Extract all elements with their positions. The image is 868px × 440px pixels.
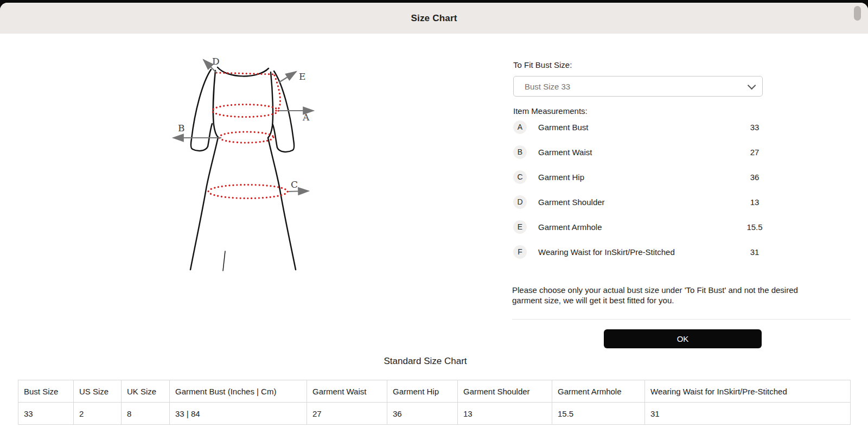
table-cell: 27 — [307, 403, 387, 425]
ok-button[interactable]: OK — [604, 329, 762, 348]
bust-size-select[interactable]: Bust Size 33 — [513, 76, 763, 97]
measurement-value: 15.5 — [742, 222, 767, 232]
column-header: Garment Shoulder — [458, 380, 552, 403]
measurement-row: D Garment Shoulder 13 — [512, 189, 767, 214]
measurement-list: A Garment Bust 33 B Garment Waist 27 C G… — [512, 114, 767, 264]
table-cell: 33 | 84 — [170, 403, 307, 425]
hip-arrow — [288, 191, 309, 192]
column-header: Bust Size — [18, 380, 74, 403]
measurement-row: A Garment Bust 33 — [512, 114, 767, 139]
diagram-label-d: D — [212, 56, 220, 67]
table-header-row: Bust Size US Size UK Size Garment Bust (… — [18, 380, 851, 403]
measurement-value: 31 — [742, 247, 767, 257]
standard-size-chart-title: Standard Size Chart — [0, 356, 851, 367]
table-cell: 13 — [458, 403, 552, 425]
measurement-row: E Garment Armhole 15.5 — [512, 214, 767, 239]
size-diagram: A B C D E — [161, 49, 324, 277]
column-header: UK Size — [122, 380, 170, 403]
measurement-label: Garment Shoulder — [538, 197, 742, 207]
table-cell: 31 — [645, 403, 851, 425]
measurements-panel: To Fit Bust Size: Bust Size 33 Item Meas… — [512, 57, 851, 361]
standard-size-chart-table: Bust Size US Size UK Size Garment Bust (… — [18, 380, 851, 425]
page-title: Size Chart — [411, 13, 457, 24]
bust-size-select-value: Bust Size 33 — [525, 82, 748, 91]
measurement-label: Wearing Waist for InSkirt/Pre-Stitched — [538, 247, 742, 257]
table-cell: 8 — [122, 403, 170, 425]
measurement-value: 13 — [742, 197, 767, 207]
column-header: US Size — [74, 380, 122, 403]
measurement-key-badge: D — [513, 195, 527, 209]
pointer-arrows — [173, 60, 314, 192]
measurement-value: 27 — [742, 148, 767, 157]
armhole-arrow — [279, 72, 296, 82]
table-cell: 36 — [387, 403, 458, 425]
dress-illustration: A B C D E — [161, 49, 324, 277]
modal-header: Size Chart — [0, 3, 868, 34]
diagram-label-b: B — [178, 123, 185, 133]
measurement-value: 36 — [742, 173, 767, 182]
waist-line — [219, 132, 273, 143]
measurement-key-badge: B — [513, 145, 527, 159]
measurement-label: Garment Hip — [538, 173, 742, 182]
table-cell: 2 — [74, 403, 122, 425]
measurement-key-badge: E — [513, 220, 527, 234]
bust-line — [212, 105, 278, 117]
measurement-label: Garment Armhole — [538, 222, 742, 232]
scrollbar-thumb[interactable] — [854, 6, 861, 21]
measurement-label: Garment Bust — [538, 123, 742, 132]
hip-line — [208, 185, 288, 199]
measurement-label: Garment Waist — [538, 148, 742, 157]
table-cell: 15.5 — [552, 403, 645, 425]
measurement-key-badge: A — [513, 120, 527, 134]
column-header: Garment Waist — [307, 380, 387, 403]
table-row: 33 2 8 33 | 84 27 36 13 15.5 31 — [18, 403, 851, 425]
diagram-label-e: E — [299, 71, 305, 82]
column-header: Garment Armhole — [552, 380, 645, 403]
panel-divider — [512, 319, 851, 320]
column-header: Wearing Waist for InSkirt/Pre-Stitched — [645, 380, 851, 403]
chevron-down-icon — [748, 81, 756, 90]
fit-bust-label: To Fit Bust Size: — [513, 60, 572, 69]
fit-note: Please choose only your actual bust size… — [512, 285, 812, 305]
measurement-key-badge: C — [513, 170, 527, 184]
table-cell: 33 — [18, 403, 74, 425]
measurement-value: 33 — [742, 123, 767, 132]
column-header: Garment Bust (Inches | Cm) — [170, 380, 307, 403]
measurement-row: B Garment Waist 27 — [512, 139, 767, 164]
diagram-label-a: A — [302, 112, 310, 123]
measurement-key-badge: F — [513, 245, 527, 259]
column-header: Garment Hip — [387, 380, 458, 403]
measurement-row: C Garment Hip 36 — [512, 164, 767, 189]
size-chart-modal: Size Chart — [0, 3, 868, 440]
diagram-label-c: C — [291, 179, 298, 190]
measurement-row: F Wearing Waist for InSkirt/Pre-Stitched… — [512, 239, 767, 264]
